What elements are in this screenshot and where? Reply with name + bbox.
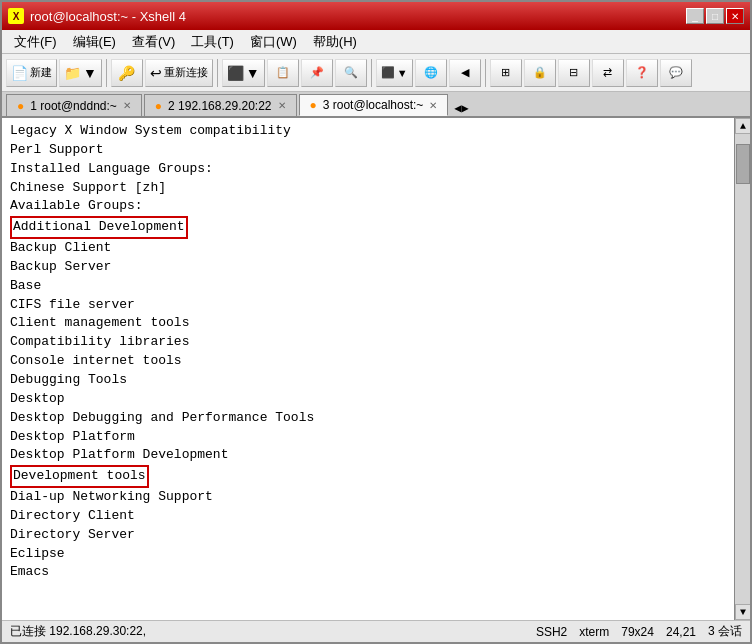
minimize-button[interactable]: _ (686, 8, 704, 24)
app-icon: X (8, 8, 24, 24)
tab-2[interactable]: ● 2 192.168.29.20:22 ✕ (144, 94, 297, 116)
scroll-track (735, 134, 750, 604)
terminal-line: Legacy X Window System compatibility (10, 122, 726, 141)
grid-icon: ⊞ (501, 66, 510, 79)
status-connection: 已连接 192.168.29.30:22, (10, 623, 146, 640)
tab1-label: 1 root@nddnd:~ (30, 99, 117, 113)
tab3-close[interactable]: ✕ (429, 100, 437, 111)
tab1-close[interactable]: ✕ (123, 100, 131, 111)
tab-1[interactable]: ● 1 root@nddnd:~ ✕ (6, 94, 142, 116)
tab-3[interactable]: ● 3 root@localhost:~ ✕ (299, 94, 449, 116)
tab2-label: 2 192.168.29.20:22 (168, 99, 271, 113)
tab3-icon: ● (310, 98, 317, 112)
reconnect-icon: ↩ (150, 65, 162, 81)
maximize-button[interactable]: □ (706, 8, 724, 24)
separator-4 (485, 59, 486, 87)
terminal-line: Chinese Support [zh] (10, 179, 726, 198)
status-pos: 24,21 (666, 625, 696, 639)
status-term: xterm (579, 625, 609, 639)
menu-file[interactable]: 文件(F) (6, 31, 65, 53)
layout-btn[interactable]: ⊟ (558, 59, 590, 87)
layout-icon: ⊟ (569, 66, 578, 79)
lock-btn[interactable]: 🔒 (524, 59, 556, 87)
terminal-line: Desktop Platform (10, 428, 726, 447)
terminal-line: Development tools (10, 465, 726, 488)
tab1-icon: ● (17, 99, 24, 113)
terminal-line: Perl Support (10, 141, 726, 160)
terminal-line: Dial-up Networking Support (10, 488, 726, 507)
terminal-line: CIFS file server (10, 296, 726, 315)
terminal[interactable]: Legacy X Window System compatibility Per… (2, 118, 734, 620)
status-right: SSH2 xterm 79x24 24,21 3 会话 (536, 623, 742, 640)
key-icon: 🔑 (118, 65, 135, 81)
terminal-line: Desktop Debugging and Performance Tools (10, 409, 726, 428)
terminal-line: Available Groups: (10, 197, 726, 216)
scroll-up-btn[interactable]: ▲ (735, 118, 750, 134)
transfer-btn[interactable]: ⇄ (592, 59, 624, 87)
find-btn[interactable]: 🔍 (335, 59, 367, 87)
find-icon: 🔍 (344, 66, 358, 79)
globe-icon: 🌐 (424, 66, 438, 79)
terminal-wrapper: Legacy X Window System compatibility Per… (2, 118, 750, 620)
paste-btn[interactable]: 📌 (301, 59, 333, 87)
arrow-icon: ◀ (461, 66, 469, 79)
terminal-line: Base (10, 277, 726, 296)
copy-btn[interactable]: 📋 (267, 59, 299, 87)
title-bar: X root@localhost:~ - Xshell 4 _ □ ✕ (2, 2, 750, 30)
terminal-line: Debugging Tools (10, 371, 726, 390)
folder-icon: 📁 (64, 65, 81, 81)
menu-view[interactable]: 查看(V) (124, 31, 183, 53)
terminal-btn[interactable]: ⬛ ▼ (222, 59, 265, 87)
separator-1 (106, 59, 107, 87)
terminal-line: Compatibility libraries (10, 333, 726, 352)
window-controls: _ □ ✕ (686, 8, 744, 24)
terminal-line: Additional Development (10, 216, 726, 239)
scroll-down-btn[interactable]: ▼ (735, 604, 750, 620)
help-icon: ❓ (635, 66, 649, 79)
terminal-line: Eclipse (10, 545, 726, 564)
arrow-btn[interactable]: ◀ (449, 59, 481, 87)
dropdown2-icon: ▼ (246, 65, 260, 81)
menu-window[interactable]: 窗口(W) (242, 31, 305, 53)
grid-btn[interactable]: ⊞ (490, 59, 522, 87)
dropdown3-icon: ▼ (397, 67, 408, 79)
help-btn[interactable]: ❓ (626, 59, 658, 87)
reconnect-button[interactable]: ↩ 重新连接 (145, 59, 213, 87)
dropdown-icon: ▼ (83, 65, 97, 81)
new-label: 新建 (30, 65, 52, 80)
key-button[interactable]: 🔑 (111, 59, 143, 87)
menu-tools[interactable]: 工具(T) (183, 31, 242, 53)
menu-edit[interactable]: 编辑(E) (65, 31, 124, 53)
status-sessions: 3 会话 (708, 623, 742, 640)
menu-bar: 文件(F) 编辑(E) 查看(V) 工具(T) 窗口(W) 帮助(H) (2, 30, 750, 54)
scrollbar[interactable]: ▲ ▼ (734, 118, 750, 620)
menu-help[interactable]: 帮助(H) (305, 31, 365, 53)
tab-bar: ● 1 root@nddnd:~ ✕ ● 2 192.168.29.20:22 … (2, 92, 750, 118)
tab2-close[interactable]: ✕ (278, 100, 286, 111)
main-window: X root@localhost:~ - Xshell 4 _ □ ✕ 文件(F… (0, 0, 752, 644)
highlighted-line: Development tools (10, 465, 149, 488)
copy-icon: 📋 (276, 66, 290, 79)
terminal-line: Backup Client (10, 239, 726, 258)
close-button[interactable]: ✕ (726, 8, 744, 24)
chat-icon: 💬 (669, 66, 683, 79)
status-type: SSH2 (536, 625, 567, 639)
transfer-icon: ⇄ (603, 66, 612, 79)
terminal-line: Emacs (10, 563, 726, 582)
folder-button[interactable]: 📁 ▼ (59, 59, 102, 87)
chat-btn[interactable]: 💬 (660, 59, 692, 87)
separator-3 (371, 59, 372, 87)
terminal-icon: ⬛ (227, 65, 244, 81)
tab2-icon: ● (155, 99, 162, 113)
terminal-line: Directory Server (10, 526, 726, 545)
lock-icon: 🔒 (533, 66, 547, 79)
globe-btn[interactable]: 🌐 (415, 59, 447, 87)
scroll-thumb[interactable] (736, 144, 750, 184)
terminal-line: Desktop (10, 390, 726, 409)
title-bar-left: X root@localhost:~ - Xshell 4 (8, 8, 186, 24)
new-button[interactable]: 📄 新建 (6, 59, 57, 87)
tab-nav[interactable]: ◀▶ (450, 101, 472, 116)
paste-icon: 📌 (310, 66, 324, 79)
color-btn[interactable]: ⬛ ▼ (376, 59, 413, 87)
window-title: root@localhost:~ - Xshell 4 (30, 9, 186, 24)
